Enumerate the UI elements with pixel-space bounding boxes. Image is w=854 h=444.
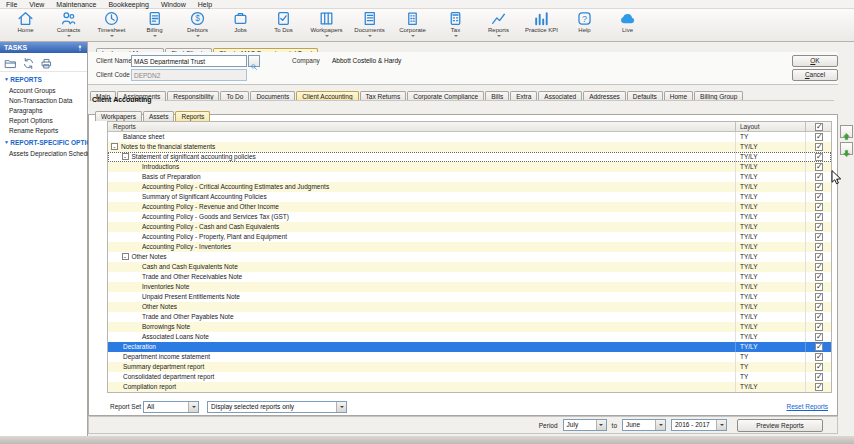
report-row-compilation-report-25[interactable]: Compilation reportTY/LY bbox=[108, 382, 831, 392]
report-checkbox[interactable] bbox=[815, 313, 823, 321]
report-checkbox[interactable] bbox=[815, 333, 823, 341]
menu-item-maintenance[interactable]: Maintenance bbox=[50, 0, 102, 9]
period-from-select[interactable]: July bbox=[563, 419, 607, 431]
report-checkbox[interactable] bbox=[815, 203, 823, 211]
report-checkbox[interactable] bbox=[815, 243, 823, 251]
report-row-summary-of-significant-accounting-policies-6[interactable]: Summary of Significant Accounting Polici… bbox=[108, 192, 831, 202]
sidebar-item-report-options[interactable]: Report Options bbox=[0, 115, 87, 125]
sidebar-section-report-specific-options[interactable]: ▼ REPORT-SPECIFIC OPTIONS bbox=[0, 135, 87, 148]
report-row-trade-and-other-payables-note-18[interactable]: Trade and Other Payables NoteTY/LY bbox=[108, 312, 831, 322]
report-row-unpaid-present-entitlements-note-16[interactable]: Unpaid Present Entitlements NoteTY/LY bbox=[108, 292, 831, 302]
sidebar-item-rename-reports[interactable]: Rename Reports bbox=[0, 125, 87, 135]
report-checkbox[interactable] bbox=[815, 213, 823, 221]
report-row-accounting-policy-critical-accounting-estimates-and-judgments-5[interactable]: Accounting Policy - Critical Accounting … bbox=[108, 182, 831, 192]
collapse-icon[interactable]: - bbox=[111, 143, 118, 150]
sidebar-item-non-transaction-data[interactable]: Non-Transaction Data bbox=[0, 95, 87, 105]
sidebar-section-reports[interactable]: ▼ REPORTS bbox=[0, 72, 87, 85]
report-checkbox[interactable] bbox=[815, 323, 823, 331]
report-checkbox[interactable] bbox=[815, 153, 823, 161]
report-checkbox[interactable] bbox=[815, 353, 823, 361]
ok-button[interactable]: OK bbox=[792, 55, 838, 67]
report-row-introductions-3[interactable]: IntroductionsTY/LY bbox=[108, 162, 831, 172]
report-row-accounting-policy-goods-and-services-tax-gst-8[interactable]: Accounting Policy - Goods and Services T… bbox=[108, 212, 831, 222]
sub-tab-assets[interactable]: Assets bbox=[143, 111, 175, 121]
toolbar-button-live[interactable]: Live bbox=[606, 10, 649, 34]
report-checkbox[interactable] bbox=[815, 253, 823, 261]
report-row-basis-of-preparation-4[interactable]: Basis of PreparationTY/LY bbox=[108, 172, 831, 182]
report-set-select[interactable]: All bbox=[143, 401, 199, 413]
menu-item-view[interactable]: View bbox=[23, 0, 50, 9]
report-checkbox[interactable] bbox=[815, 133, 823, 141]
report-row-accounting-policy-revenue-and-other-income-7[interactable]: Accounting Policy - Revenue and Other In… bbox=[108, 202, 831, 212]
collapse-icon[interactable]: - bbox=[122, 253, 129, 260]
display-filter-select[interactable]: Display selected reports only bbox=[207, 401, 347, 413]
toolbar-button-to-dos[interactable]: To Dos bbox=[262, 10, 305, 34]
report-checkbox[interactable] bbox=[815, 373, 823, 381]
toolbar-button-practice-kpi[interactable]: Practice KPI bbox=[520, 10, 563, 34]
report-checkbox[interactable] bbox=[815, 363, 823, 371]
report-row-other-notes-12[interactable]: -Other NotesTY/LY bbox=[108, 252, 831, 262]
report-row-other-notes-17[interactable]: Other NotesTY/LY bbox=[108, 302, 831, 312]
search-button[interactable] bbox=[248, 55, 260, 67]
report-row-balance-sheet-0[interactable]: Balance sheetTY bbox=[108, 132, 831, 142]
sync-icon[interactable] bbox=[22, 56, 35, 69]
client-name-input[interactable] bbox=[131, 55, 247, 67]
report-checkbox[interactable] bbox=[815, 193, 823, 201]
toolbar-button-workpapers[interactable]: Workpapers bbox=[305, 10, 348, 39]
menu-item-window[interactable]: Window bbox=[155, 0, 192, 9]
report-checkbox[interactable] bbox=[815, 143, 823, 151]
report-row-declaration-21[interactable]: DeclarationTY/LY bbox=[108, 342, 831, 352]
report-checkbox[interactable] bbox=[815, 263, 823, 271]
report-row-summary-department-report-23[interactable]: Summary department reportTY bbox=[108, 362, 831, 372]
report-row-department-income-statement-22[interactable]: Department income statementTY bbox=[108, 352, 831, 362]
print-icon[interactable] bbox=[40, 56, 53, 69]
report-checkbox[interactable] bbox=[815, 233, 823, 241]
report-checkbox[interactable] bbox=[815, 293, 823, 301]
preview-reports-button[interactable]: Preview Reports bbox=[737, 419, 823, 432]
report-checkbox[interactable] bbox=[815, 343, 823, 351]
select-all-checkbox[interactable] bbox=[815, 123, 823, 131]
report-checkbox[interactable] bbox=[815, 283, 823, 291]
menu-item-bookkeeping[interactable]: Bookkeeping bbox=[102, 0, 154, 9]
folder-icon[interactable] bbox=[4, 56, 17, 69]
report-row-accounting-policy-inventories-11[interactable]: Accounting Policy - InventoriesTY/LY bbox=[108, 242, 831, 252]
collapse-icon[interactable]: - bbox=[122, 153, 129, 160]
sidebar-item-assets-depreciation-schedule[interactable]: Assets Depreciation Schedule bbox=[0, 148, 87, 158]
menu-item-file[interactable]: File bbox=[0, 0, 23, 9]
report-row-cash-and-cash-equivalents-note-13[interactable]: Cash and Cash Equivalents NoteTY/LY bbox=[108, 262, 831, 272]
report-row-associated-loans-note-20[interactable]: Associated Loans NoteTY/LY bbox=[108, 332, 831, 342]
report-row-notes-to-the-financial-statements-1[interactable]: -Notes to the financial statementsTY/LY bbox=[108, 142, 831, 152]
toolbar-button-help[interactable]: ?Help bbox=[563, 10, 606, 34]
sub-tab-workpapers[interactable]: Workpapers bbox=[95, 111, 142, 121]
sidebar-item-paragraphs[interactable]: Paragraphs bbox=[0, 105, 87, 115]
toolbar-button-debtors[interactable]: $Debtors bbox=[176, 10, 219, 39]
toolbar-button-documents[interactable]: Documents bbox=[348, 10, 391, 39]
period-year-select[interactable]: 2016 - 2017 bbox=[671, 419, 727, 431]
grid-header-reports[interactable]: Reports bbox=[108, 122, 735, 131]
report-row-trade-and-other-receivables-note-14[interactable]: Trade and Other Receivables NoteTY/LY bbox=[108, 272, 831, 282]
report-checkbox[interactable] bbox=[815, 303, 823, 311]
report-checkbox[interactable] bbox=[815, 273, 823, 281]
pin-icon[interactable] bbox=[76, 44, 84, 52]
report-row-consolidated-department-report-24[interactable]: Consolidated department reportTY bbox=[108, 372, 831, 382]
period-to-select[interactable]: June bbox=[622, 419, 666, 431]
report-checkbox[interactable] bbox=[815, 163, 823, 171]
toolbar-button-corporate[interactable]: Corporate bbox=[391, 10, 434, 39]
report-checkbox[interactable] bbox=[815, 383, 823, 391]
move-down-button[interactable] bbox=[840, 142, 853, 155]
sidebar-item-account-groups[interactable]: Account Groups bbox=[0, 85, 87, 95]
reset-reports-link[interactable]: Reset Reports bbox=[786, 403, 828, 410]
report-checkbox[interactable] bbox=[815, 183, 823, 191]
report-checkbox[interactable] bbox=[815, 173, 823, 181]
cancel-button[interactable]: Cancel bbox=[792, 69, 838, 81]
toolbar-button-home[interactable]: Home bbox=[4, 10, 47, 34]
report-row-statement-of-significant-accounting-policies-2[interactable]: -Statement of significant accounting pol… bbox=[108, 152, 831, 162]
grid-header-layout[interactable]: Layout bbox=[735, 122, 805, 131]
report-row-accounting-policy-cash-and-cash-equivalents-9[interactable]: Accounting Policy - Cash and Cash Equiva… bbox=[108, 222, 831, 232]
report-row-borrowings-note-19[interactable]: Borrowings NoteTY/LY bbox=[108, 322, 831, 332]
toolbar-button-contacts[interactable]: Contacts bbox=[47, 10, 90, 39]
sub-tab-reports[interactable]: Reports bbox=[175, 111, 210, 121]
toolbar-button-reports[interactable]: Reports bbox=[477, 10, 520, 39]
tasks-panel-header[interactable]: TASKS bbox=[0, 42, 87, 53]
move-up-button[interactable] bbox=[840, 125, 853, 138]
